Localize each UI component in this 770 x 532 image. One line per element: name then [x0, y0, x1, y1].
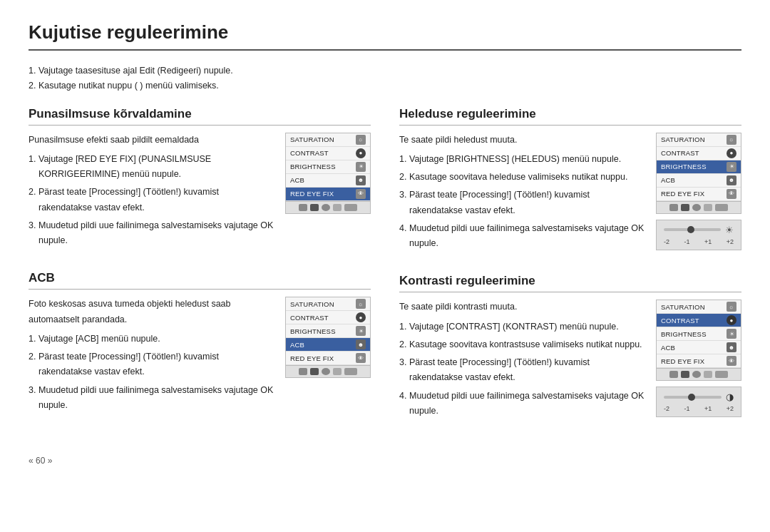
saturation-icon: ☼: [356, 135, 366, 145]
hel-saturation-icon: ☼: [727, 135, 736, 145]
brightness-slider-icon: ☀: [725, 225, 734, 235]
kontrasti-step1: Vajutage [CONTRAST] (KONTRAST) menüü nup…: [409, 319, 645, 334]
punasilmsuse-step1: Vajutage [RED EYE FIX] (PUNASILMSUSE KOR…: [38, 152, 274, 183]
hel-bottom4: [704, 204, 712, 211]
hel-acb-icon: ☻: [727, 175, 736, 185]
kon-menu-saturation: SATURATION ☼: [657, 300, 741, 314]
brightness-slider-labels: -2 -1 +1 +2: [664, 238, 734, 245]
page-title: Kujutise reguleerimine: [29, 21, 741, 51]
hel-bottom5: [715, 204, 728, 211]
acb-acb-icon: ☻: [356, 339, 366, 349]
heleduse-section: Heleduse reguleerimine Te saate pildi he…: [399, 107, 741, 255]
menu-row-brightness: BRIGHTNESS ☀: [286, 160, 370, 174]
acb-step3: Muudetud pildi uue failinimega salvestam…: [38, 383, 274, 414]
hel-menu-redeye: RED EYE FIX 👁: [657, 188, 741, 201]
hel-redeye-icon: 👁: [727, 189, 736, 199]
kontrasti-title: Kontrasti reguleerimine: [399, 274, 741, 292]
kontrasti-menu-panel: SATURATION ☼ CONTRAST ● BRIGHTNESS ☀ A: [656, 300, 741, 381]
hel-bottom3: [692, 204, 701, 211]
heleduse-step3: Pärast teate [Processing!] (Töötlen!) ku…: [409, 188, 645, 218]
acb-bottom1: [299, 368, 307, 375]
kon-menu-brightness: BRIGHTNESS ☀: [657, 327, 741, 341]
intro-line1: 1. Vajutage taasesituse ajal Edit (Redig…: [29, 63, 741, 78]
acb-desc: Foto keskosas asuva tumeda objekti heled…: [29, 297, 274, 327]
kon-bottom4: [704, 371, 712, 378]
acb-bottom5: [344, 368, 357, 375]
contrast-icon: ●: [356, 148, 366, 158]
bottom-icon1: [299, 204, 307, 211]
punasilmsuse-section: Punasilmsuse kõrvaldamine Punasilmsuse e…: [29, 107, 371, 252]
kon-menu-redeye: RED EYE FIX 👁: [657, 354, 741, 368]
kon-menu-bottom: [657, 368, 741, 380]
kon-saturation-icon: ☼: [727, 302, 736, 312]
kon-contrast-icon: ●: [727, 315, 736, 325]
acb-contrast-icon: ●: [356, 312, 366, 322]
intro-section: 1. Vajutage taasesituse ajal Edit (Redig…: [29, 63, 741, 94]
kontrasti-text: Te saate pildi kontrasti muuta. Vajutage…: [399, 300, 645, 421]
heleduse-step1: Vajutage [BRIGHTNESS] (HELEDUS) menüü nu…: [409, 152, 645, 167]
hel-menu-saturation: SATURATION ☼: [657, 133, 741, 147]
kontrasti-step3: Pärast teate [Processing!] (Töötlen!) ku…: [409, 355, 645, 386]
acb-menu-acb-highlighted: ACB ☻: [286, 338, 370, 352]
punasilmsuse-text: Punasilmsuse efekti saab pildilt eemalda…: [29, 133, 274, 252]
acb-menu-panel: SATURATION ☼ CONTRAST ● BRIGHTNESS ☀ ACB…: [285, 297, 371, 378]
acb-step2: Pärast teate [Processing!] (Töötlen!) ku…: [38, 349, 274, 380]
acb-bottom4: [333, 368, 342, 375]
heleduse-content: Te saate pildi heledust muuta. Vajutage …: [399, 133, 741, 255]
bottom-icon3: [322, 204, 330, 211]
kon-menu-acb: ACB ☻: [657, 341, 741, 354]
brightness-icon: ☀: [356, 162, 366, 172]
acb-step1: Vajutage [ACB] menüü nupule.: [38, 332, 274, 347]
left-column: Punasilmsuse kõrvaldamine Punasilmsuse e…: [29, 107, 371, 442]
kon-redeye-icon: 👁: [727, 356, 736, 366]
punasilmsuse-steps: Vajutage [RED EYE FIX] (PUNASILMSUSE KOR…: [38, 152, 274, 249]
bottom-icon4: [333, 204, 342, 211]
menu-row-contrast: CONTRAST ●: [286, 147, 370, 160]
kontrasti-step4: Muudetud pildi uue failinimega salvestam…: [409, 389, 645, 419]
acb-menu-redeye: RED EYE FIX 👁: [286, 352, 370, 365]
menu-bottom-bar: [286, 201, 370, 213]
contrast-slider-panel: ◑ -2 -1 +1 +2: [656, 387, 741, 417]
hel-menu-contrast: CONTRAST ●: [657, 147, 741, 160]
page-footer: « 60 »: [29, 456, 741, 466]
kontrasti-desc: Te saate pildi kontrasti muuta.: [399, 300, 645, 314]
hel-menu-bottom: [657, 201, 741, 213]
kon-bottom1: [669, 371, 678, 378]
kontrasti-section: Kontrasti reguleerimine Te saate pildi k…: [399, 274, 741, 421]
acb-brightness-icon: ☀: [356, 326, 366, 336]
kon-acb-icon: ☻: [727, 342, 736, 352]
heleduse-menu-panel: SATURATION ☼ CONTRAST ● BRIGHTNESS ☀ A: [656, 133, 741, 214]
contrast-slider-thumb: [688, 394, 695, 401]
acb-saturation-icon: ☼: [356, 299, 366, 309]
brightness-slider-track: [664, 228, 721, 231]
punasilmsuse-desc: Punasilmsuse efekti saab pildilt eemalda…: [29, 133, 274, 148]
heleduse-steps: Vajutage [BRIGHTNESS] (HELEDUS) menüü nu…: [409, 152, 645, 252]
acb-title: ACB: [29, 271, 371, 290]
menu-row-redeye-highlighted: RED EYE FIX 👁: [286, 188, 370, 201]
heleduse-step2: Kasutage soovitava heleduse valimiseks n…: [409, 170, 645, 185]
hel-bottom1: [669, 204, 678, 211]
brightness-slider-thumb: [687, 226, 694, 233]
bottom-icon2: [310, 204, 319, 211]
punasilmsuse-content: Punasilmsuse efekti saab pildilt eemalda…: [29, 133, 371, 252]
punasilmsuse-step2: Pärast teate [Processing!] (Töötlen!) ku…: [38, 185, 274, 215]
bottom-icon5: [344, 204, 357, 211]
brightness-slider-panel: ☀ -2 -1 +1 +2: [656, 220, 741, 250]
punasilmsuse-title: Punasilmsuse kõrvaldamine: [29, 107, 371, 126]
hel-brightness-icon: ☀: [727, 162, 736, 172]
heleduse-text: Te saate pildi heledust muuta. Vajutage …: [399, 133, 645, 255]
contrast-slider-labels: -2 -1 +1 +2: [664, 405, 734, 412]
kon-brightness-icon: ☀: [727, 329, 736, 339]
acb-menu-bottom: [286, 365, 370, 377]
acb-menu-brightness: BRIGHTNESS ☀: [286, 324, 370, 338]
intro-line2: 2. Kasutage nutikat nuppu ( ) menüü vali…: [29, 78, 741, 93]
punasilmsuse-menu-panel: SATURATION ☼ CONTRAST ● BRIGHTNESS ☀ ACB…: [285, 133, 371, 214]
menu-row-saturation: SATURATION ☼: [286, 133, 370, 147]
right-column: Heleduse reguleerimine Te saate pildi he…: [399, 107, 741, 442]
kontrasti-content: Te saate pildi kontrasti muuta. Vajutage…: [399, 300, 741, 421]
contrast-slider-track: [664, 396, 722, 399]
hel-menu-brightness-highlighted: BRIGHTNESS ☀: [657, 160, 741, 174]
acb-bottom3: [322, 368, 330, 375]
acb-content: Foto keskosas asuva tumeda objekti heled…: [29, 297, 371, 416]
acb-bottom2: [310, 368, 319, 375]
